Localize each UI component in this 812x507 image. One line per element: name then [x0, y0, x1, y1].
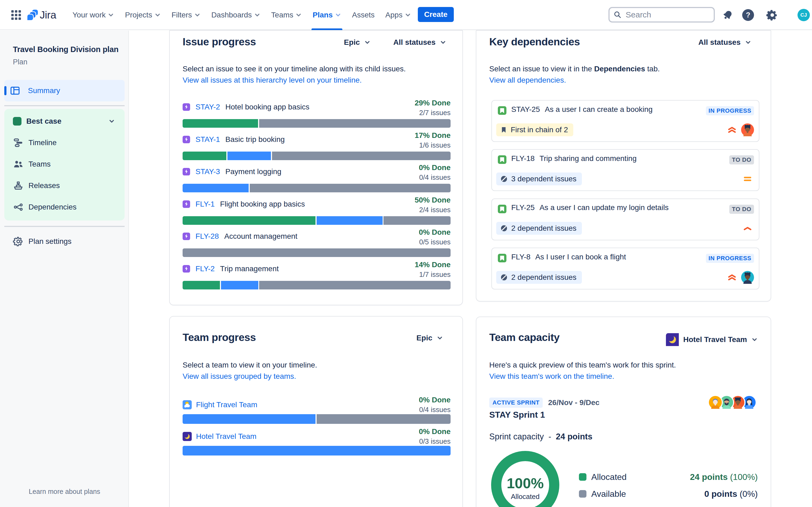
svg-text:?: ?	[746, 11, 751, 19]
